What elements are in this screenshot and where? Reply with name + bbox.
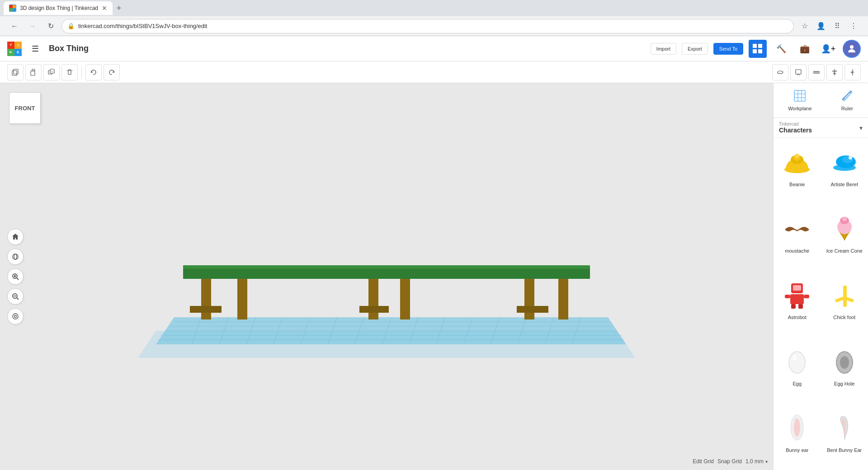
workplane-icon bbox=[793, 89, 806, 102]
moustache-preview bbox=[779, 210, 815, 246]
svg-rect-61 bbox=[368, 279, 378, 320]
beanie-label: Beanie bbox=[789, 182, 805, 187]
edit-grid-label[interactable]: Edit Grid bbox=[693, 458, 714, 465]
svg-rect-1 bbox=[13, 5, 16, 8]
svg-point-12 bbox=[778, 71, 783, 74]
profile-button[interactable]: 👤 bbox=[814, 19, 828, 33]
viewport[interactable]: FRONT bbox=[0, 83, 773, 470]
scene-container bbox=[0, 83, 773, 470]
snap-grid-area: Edit Grid Snap Grid 1.0 mm ▾ bbox=[693, 458, 768, 465]
bent-bunny-ear-label: Bent Bunny Ear bbox=[827, 447, 862, 453]
import-button[interactable]: Import bbox=[651, 43, 676, 55]
snap-grid-value-button[interactable]: 1.0 mm ▾ bbox=[745, 458, 768, 465]
svg-rect-2 bbox=[9, 8, 13, 11]
shape-item-bunny-ear[interactable]: Bunny ear bbox=[774, 404, 821, 470]
toolbar-separator-1 bbox=[81, 67, 82, 78]
beanie-preview bbox=[779, 144, 815, 180]
send-to-button[interactable]: Send To bbox=[713, 43, 743, 55]
svg-rect-94 bbox=[793, 285, 801, 291]
user-plus-icon: 👤+ bbox=[821, 44, 836, 54]
shapes-grid: Beanie Artiste Beret bbox=[774, 138, 868, 470]
category-dropdown-icon[interactable]: ▾ bbox=[859, 124, 863, 132]
svg-rect-96 bbox=[785, 295, 790, 298]
shape-item-moustache[interactable]: moustache bbox=[774, 204, 821, 271]
shape-item-ice-cream-cone[interactable]: Ice Cream Cone bbox=[821, 204, 868, 271]
snap-dropdown-icon: ▾ bbox=[765, 459, 768, 464]
workplane-button[interactable]: Workplane bbox=[784, 88, 815, 113]
hammer-button[interactable]: 🔨 bbox=[772, 40, 790, 58]
annotation-button[interactable] bbox=[790, 64, 807, 80]
svg-point-108 bbox=[840, 356, 849, 369]
moustache-label: moustache bbox=[785, 248, 809, 254]
undo-button[interactable] bbox=[85, 64, 102, 80]
shape-item-egg[interactable]: Egg bbox=[774, 337, 821, 404]
shape-item-bent-bunny-ear[interactable]: Bent Bunny Ear bbox=[821, 404, 868, 470]
svg-rect-57 bbox=[201, 279, 211, 320]
svg-point-92 bbox=[842, 217, 847, 221]
svg-rect-65 bbox=[524, 279, 534, 320]
briefcase-button[interactable]: 💼 bbox=[796, 40, 814, 58]
svg-rect-56 bbox=[183, 265, 590, 269]
collapse-arrow[interactable]: › bbox=[773, 268, 774, 286]
shape-item-egg-hole[interactable]: Egg Hole bbox=[821, 337, 868, 404]
bunny-ear-preview bbox=[779, 409, 815, 446]
svg-point-104 bbox=[789, 352, 805, 373]
forward-button[interactable]: → bbox=[25, 19, 40, 33]
address-bar[interactable]: 🔒 tinkercad.com/things/bIStBV1SwJV-box-t… bbox=[61, 19, 794, 33]
snap-grid-label: Snap Grid bbox=[717, 458, 742, 465]
tinkercad-logo: T I K E bbox=[7, 42, 22, 56]
nav-bar: ← → ↻ 🔒 tinkercad.com/things/bIStBV1SwJV… bbox=[0, 16, 868, 36]
avatar-button[interactable] bbox=[843, 40, 861, 58]
extensions-button[interactable]: ⠿ bbox=[830, 19, 844, 33]
refresh-button[interactable]: ↻ bbox=[43, 19, 58, 33]
shape-item-chick-foot[interactable]: Chick foot bbox=[821, 271, 868, 337]
new-tab-button[interactable]: + bbox=[113, 2, 125, 14]
delete-button[interactable] bbox=[61, 64, 78, 80]
active-tab[interactable]: 3D design Box Thing | Tinkercad ✕ bbox=[4, 1, 113, 15]
shape-item-artiste-beret[interactable]: Artiste Beret bbox=[821, 138, 868, 204]
main-content: FRONT bbox=[0, 83, 868, 470]
svg-rect-13 bbox=[796, 70, 801, 74]
ruler-tool-button[interactable] bbox=[808, 64, 825, 80]
redo-button[interactable] bbox=[104, 64, 120, 80]
svg-rect-8 bbox=[32, 69, 35, 71]
grid-view-button[interactable] bbox=[749, 40, 767, 58]
url-text: tinkercad.com/things/bIStBV1SwJV-box-thi… bbox=[78, 23, 207, 29]
more-button[interactable]: ⋮ bbox=[846, 19, 861, 33]
category-name: Characters bbox=[779, 127, 812, 134]
paste-button[interactable] bbox=[25, 64, 42, 80]
align-button[interactable] bbox=[826, 64, 843, 80]
user-plus-button[interactable]: 👤+ bbox=[819, 40, 837, 58]
workplane-label: Workplane bbox=[788, 106, 811, 111]
hamburger-button[interactable]: ☰ bbox=[27, 41, 43, 57]
shape-item-beanie[interactable]: Beanie bbox=[774, 138, 821, 204]
back-button[interactable]: ← bbox=[7, 19, 22, 33]
svg-rect-19 bbox=[832, 70, 837, 72]
svg-point-86 bbox=[849, 156, 852, 160]
shape-item-astrobot[interactable]: Astrobot bbox=[774, 271, 821, 337]
ice-cream-cone-label: Ice Cream Cone bbox=[826, 248, 863, 254]
export-button[interactable]: Export bbox=[682, 43, 708, 55]
svg-rect-64 bbox=[359, 306, 389, 313]
category-selector[interactable]: Tinkercad Characters ▾ bbox=[774, 118, 868, 138]
duplicate-button[interactable]: + bbox=[43, 64, 60, 80]
svg-rect-60 bbox=[190, 306, 222, 313]
briefcase-icon: 💼 bbox=[800, 44, 810, 54]
hammer-icon: 🔨 bbox=[776, 44, 786, 54]
egg-label: Egg bbox=[793, 381, 802, 386]
workplane-tool-button[interactable] bbox=[772, 64, 788, 80]
mirror-button[interactable] bbox=[844, 64, 861, 80]
ruler-button[interactable]: Ruler bbox=[837, 88, 857, 113]
bookmark-button[interactable]: ☆ bbox=[797, 19, 812, 33]
tab-close-icon[interactable]: ✕ bbox=[102, 5, 107, 12]
svg-point-105 bbox=[793, 355, 797, 361]
svg-rect-63 bbox=[400, 279, 410, 320]
tab-favicon bbox=[9, 5, 16, 12]
import-label: Import bbox=[656, 46, 670, 52]
nav-actions: ☆ 👤 ⠿ ⋮ bbox=[797, 19, 861, 33]
right-panel: › Workplane bbox=[773, 83, 868, 470]
panel-actions: Workplane Ruler bbox=[774, 83, 868, 118]
svg-rect-103 bbox=[843, 298, 847, 307]
astrobot-label: Astrobot bbox=[788, 315, 807, 320]
copy-button[interactable] bbox=[7, 64, 24, 80]
